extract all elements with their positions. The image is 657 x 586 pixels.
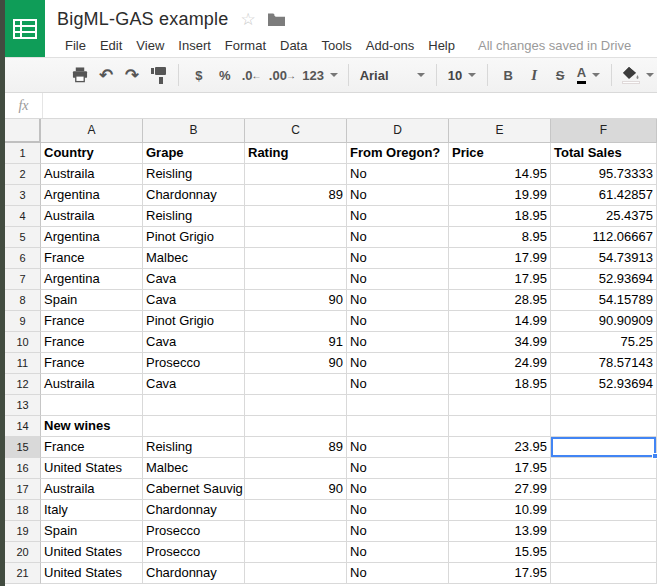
cell-E7[interactable]: 17.95 <box>449 269 551 290</box>
cell-D15[interactable]: No <box>347 437 449 458</box>
document-title[interactable]: BigML-GAS example <box>57 9 228 30</box>
text-color-button[interactable]: A <box>574 62 603 88</box>
cell-E21[interactable]: 17.95 <box>449 563 551 584</box>
cell-B14[interactable] <box>143 416 245 437</box>
column-header-B[interactable]: B <box>143 119 245 143</box>
cell-B19[interactable]: Prosecco <box>143 521 245 542</box>
row-header-7[interactable]: 7 <box>5 269 41 290</box>
cell-B21[interactable]: Chardonnay <box>143 563 245 584</box>
column-header-E[interactable]: E <box>449 119 551 143</box>
formula-input[interactable] <box>43 93 657 118</box>
cell-D9[interactable]: No <box>347 311 449 332</box>
cell-E4[interactable]: 18.95 <box>449 206 551 227</box>
row-header-16[interactable]: 16 <box>5 458 41 479</box>
cell-D12[interactable]: No <box>347 374 449 395</box>
italic-button[interactable]: I <box>522 62 546 88</box>
cell-B18[interactable]: Chardonnay <box>143 500 245 521</box>
cell-C18[interactable] <box>245 500 347 521</box>
cell-A19[interactable]: Spain <box>41 521 143 542</box>
cell-F6[interactable]: 54.73913 <box>551 248 657 269</box>
cell-A5[interactable]: Argentina <box>41 227 143 248</box>
cell-C17[interactable]: 90 <box>245 479 347 500</box>
cell-D7[interactable]: No <box>347 269 449 290</box>
cell-E14[interactable] <box>449 416 551 437</box>
cell-F18[interactable] <box>551 500 657 521</box>
cell-A12[interactable]: Austraila <box>41 374 143 395</box>
column-header-A[interactable]: A <box>41 119 143 143</box>
format-currency-button[interactable]: $ <box>187 62 211 88</box>
cell-B6[interactable]: Malbec <box>143 248 245 269</box>
strikethrough-button[interactable]: S <box>548 62 572 88</box>
cell-C19[interactable] <box>245 521 347 542</box>
cell-B20[interactable]: Prosecco <box>143 542 245 563</box>
cell-B17[interactable]: Cabernet Sauvig <box>143 479 245 500</box>
cell-E15[interactable]: 23.95 <box>449 437 551 458</box>
cell-B11[interactable]: Prosecco <box>143 353 245 374</box>
cell-D19[interactable]: No <box>347 521 449 542</box>
cell-E16[interactable]: 17.95 <box>449 458 551 479</box>
bold-button[interactable]: B <box>496 62 520 88</box>
cell-A1[interactable]: Country <box>41 143 143 164</box>
cell-B16[interactable]: Malbec <box>143 458 245 479</box>
menu-addons[interactable]: Add-ons <box>359 36 421 55</box>
row-header-10[interactable]: 10 <box>5 332 41 353</box>
cell-C1[interactable]: Rating <box>245 143 347 164</box>
row-header-14[interactable]: 14 <box>5 416 41 437</box>
cell-A13[interactable] <box>41 395 143 416</box>
cell-C2[interactable] <box>245 164 347 185</box>
cell-F14[interactable] <box>551 416 657 437</box>
cell-B4[interactable]: Reisling <box>143 206 245 227</box>
row-header-6[interactable]: 6 <box>5 248 41 269</box>
cell-E17[interactable]: 27.99 <box>449 479 551 500</box>
cell-C13[interactable] <box>245 395 347 416</box>
row-header-4[interactable]: 4 <box>5 206 41 227</box>
row-header-21[interactable]: 21 <box>5 563 41 584</box>
cell-D8[interactable]: No <box>347 290 449 311</box>
cell-D21[interactable]: No <box>347 563 449 584</box>
cell-C9[interactable] <box>245 311 347 332</box>
column-header-F[interactable]: F <box>551 119 657 143</box>
row-header-5[interactable]: 5 <box>5 227 41 248</box>
cell-B2[interactable]: Reisling <box>143 164 245 185</box>
row-header-8[interactable]: 8 <box>5 290 41 311</box>
undo-button[interactable]: ↶ <box>94 62 118 88</box>
cell-D6[interactable]: No <box>347 248 449 269</box>
cell-C5[interactable] <box>245 227 347 248</box>
cell-A15[interactable]: France <box>41 437 143 458</box>
cell-A17[interactable]: Austraila <box>41 479 143 500</box>
cell-E6[interactable]: 17.99 <box>449 248 551 269</box>
cell-B10[interactable]: Cava <box>143 332 245 353</box>
cell-F12[interactable]: 52.93694 <box>551 374 657 395</box>
font-size-select[interactable]: 10 <box>444 68 480 83</box>
cell-C7[interactable] <box>245 269 347 290</box>
cell-E10[interactable]: 34.99 <box>449 332 551 353</box>
row-header-2[interactable]: 2 <box>5 164 41 185</box>
fill-handle[interactable] <box>652 453 657 459</box>
cell-F8[interactable]: 54.15789 <box>551 290 657 311</box>
cell-B3[interactable]: Chardonnay <box>143 185 245 206</box>
row-header-9[interactable]: 9 <box>5 311 41 332</box>
cell-C14[interactable] <box>245 416 347 437</box>
menu-data[interactable]: Data <box>273 36 314 55</box>
cell-E13[interactable] <box>449 395 551 416</box>
cell-C6[interactable] <box>245 248 347 269</box>
cell-E3[interactable]: 19.99 <box>449 185 551 206</box>
cell-A10[interactable]: France <box>41 332 143 353</box>
cell-B15[interactable]: Reisling <box>143 437 245 458</box>
menu-view[interactable]: View <box>129 36 171 55</box>
print-button[interactable] <box>68 62 92 88</box>
cell-E18[interactable]: 10.99 <box>449 500 551 521</box>
cell-A4[interactable]: Austraila <box>41 206 143 227</box>
redo-button[interactable]: ↷ <box>120 62 144 88</box>
cell-C15[interactable]: 89 <box>245 437 347 458</box>
cell-A3[interactable]: Argentina <box>41 185 143 206</box>
cell-A16[interactable]: United States <box>41 458 143 479</box>
cell-C11[interactable]: 90 <box>245 353 347 374</box>
cell-F10[interactable]: 75.25 <box>551 332 657 353</box>
cell-F17[interactable] <box>551 479 657 500</box>
menu-format[interactable]: Format <box>218 36 273 55</box>
folder-icon[interactable] <box>268 13 285 26</box>
cell-B8[interactable]: Cava <box>143 290 245 311</box>
cell-F9[interactable]: 90.90909 <box>551 311 657 332</box>
cell-B1[interactable]: Grape <box>143 143 245 164</box>
